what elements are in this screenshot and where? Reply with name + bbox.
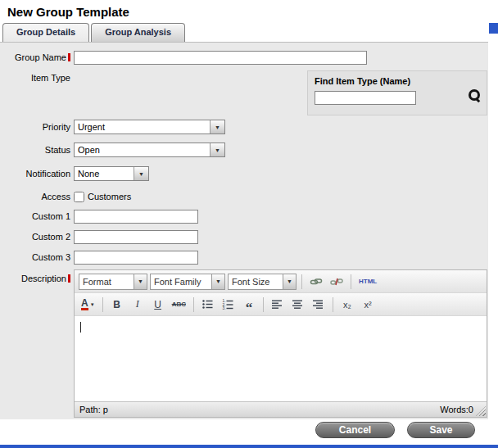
- font-family-dropdown[interactable]: Font Family ▼: [150, 274, 225, 290]
- group-name-input[interactable]: [74, 51, 367, 65]
- toolbar-separator: [102, 297, 103, 312]
- new-group-template-window: New Group Template Group Details Group A…: [0, 0, 498, 448]
- custom1-row: Custom 1: [0, 209, 488, 224]
- editor-toolbar-top: Format ▼ Font Family ▼ Font Size ▼: [75, 270, 487, 293]
- custom3-label-wrap: Custom 3: [0, 252, 70, 262]
- item-type-label: Item Type: [31, 73, 70, 83]
- required-marker: [68, 53, 70, 61]
- priority-selected-value: Urgent: [75, 120, 210, 133]
- underline-button[interactable]: U: [149, 296, 167, 313]
- editor-toolbar-bottom: A ▼ B I U ABC: [75, 293, 487, 316]
- bullet-list-button[interactable]: [199, 296, 217, 313]
- access-label-wrap: Access: [0, 192, 70, 201]
- align-center-button[interactable]: [289, 296, 307, 313]
- access-label: Access: [42, 192, 70, 201]
- html-source-button[interactable]: HTML: [356, 274, 379, 290]
- notification-select[interactable]: None ▼: [74, 166, 149, 181]
- priority-select[interactable]: Urgent ▼: [74, 120, 225, 134]
- align-right-button[interactable]: [310, 296, 328, 313]
- align-left-button[interactable]: [269, 296, 287, 313]
- font-color-button[interactable]: A ▼: [79, 296, 97, 313]
- customers-checkbox[interactable]: [74, 192, 84, 202]
- description-label: Description: [21, 274, 66, 283]
- custom1-control: [74, 210, 198, 224]
- custom2-control: [74, 230, 198, 244]
- font-family-dropdown-value: Font Family: [151, 274, 211, 289]
- superscript-label: x²: [364, 300, 371, 310]
- blockquote-label: “: [246, 297, 253, 312]
- editor-content-area[interactable]: [75, 316, 487, 401]
- align-left-icon: [271, 298, 283, 310]
- cancel-button[interactable]: Cancel: [315, 422, 395, 438]
- notification-label: Notification: [26, 169, 70, 179]
- subscript-button[interactable]: x₂: [338, 296, 356, 313]
- search-button[interactable]: [468, 88, 482, 102]
- custom1-label-wrap: Custom 1: [0, 211, 70, 221]
- underline-label: U: [154, 299, 161, 310]
- italic-label: I: [136, 298, 139, 310]
- resize-grip[interactable]: [476, 406, 486, 416]
- required-marker: [68, 274, 70, 283]
- editor-status-bar: Path: p Words:0: [75, 401, 487, 417]
- page-title: New Group Template: [7, 5, 129, 19]
- status-label: Status: [45, 145, 70, 155]
- customers-checkbox-label: Customers: [88, 192, 131, 201]
- subscript-label: x₂: [343, 300, 351, 310]
- chevron-down-icon: ▼: [211, 274, 224, 289]
- notification-selected-value: None: [75, 167, 134, 180]
- tab-group-details[interactable]: Group Details: [2, 23, 89, 42]
- priority-control: Urgent ▼: [74, 120, 225, 134]
- blockquote-button[interactable]: “: [240, 296, 258, 313]
- link-icon: [310, 275, 323, 288]
- toolbar-separator: [301, 274, 302, 289]
- group-name-label: Group Name: [15, 52, 66, 62]
- custom3-label: Custom 3: [32, 252, 70, 262]
- save-button[interactable]: Save: [407, 422, 475, 438]
- status-selected-value: Open: [75, 143, 210, 156]
- search-icon: [468, 88, 482, 102]
- format-dropdown[interactable]: Format ▼: [79, 274, 147, 290]
- tab-group-analysis[interactable]: Group Analysis: [91, 23, 185, 42]
- bold-button[interactable]: B: [108, 296, 126, 313]
- custom3-input[interactable]: [74, 251, 198, 265]
- insert-link-button[interactable]: [307, 274, 325, 290]
- custom2-input[interactable]: [74, 230, 198, 244]
- align-center-icon: [292, 298, 304, 310]
- toolbar-separator: [193, 297, 194, 312]
- tab-bar: Group Details Group Analysis: [0, 23, 498, 42]
- text-caret: [80, 322, 81, 333]
- font-size-dropdown[interactable]: Font Size ▼: [228, 274, 297, 290]
- custom3-row: Custom 3: [0, 250, 488, 265]
- item-type-label-wrap: Item Type: [0, 73, 70, 83]
- italic-button[interactable]: I: [129, 296, 147, 313]
- window-bottom-edge: [0, 445, 498, 448]
- custom2-label-wrap: Custom 2: [0, 232, 70, 242]
- group-name-label-wrap: Group Name: [0, 52, 70, 62]
- group-name-row: Group Name: [0, 50, 488, 65]
- chevron-down-icon: ▼: [283, 274, 296, 289]
- chevron-down-icon: ▼: [134, 274, 147, 289]
- numbered-list-button[interactable]: 1.2.3.: [220, 296, 238, 313]
- strikethrough-label: ABC: [172, 301, 186, 308]
- priority-row: Priority Urgent ▼: [0, 120, 488, 134]
- notification-control: None ▼: [74, 166, 149, 181]
- find-item-type-panel: Find Item Type (Name): [307, 70, 487, 115]
- custom1-input[interactable]: [74, 210, 198, 224]
- chevron-down-icon: ▼: [90, 302, 95, 307]
- status-select[interactable]: Open ▼: [74, 143, 225, 157]
- find-item-type-input[interactable]: [315, 91, 416, 105]
- chevron-down-icon: ▼: [210, 143, 224, 156]
- toolbar-separator: [263, 297, 264, 312]
- superscript-button[interactable]: x²: [359, 296, 377, 313]
- editor-path-status: Path: p: [79, 405, 108, 414]
- access-control: Customers: [74, 192, 131, 202]
- font-color-label: A: [81, 299, 88, 310]
- status-row: Status Open ▼: [0, 143, 488, 157]
- html-button-label: HTML: [359, 278, 377, 285]
- priority-label-wrap: Priority: [0, 122, 70, 132]
- remove-link-button[interactable]: [328, 274, 346, 290]
- notification-label-wrap: Notification: [0, 169, 70, 179]
- bullet-list-icon: [201, 298, 214, 310]
- strikethrough-button[interactable]: ABC: [170, 296, 188, 313]
- format-dropdown-value: Format: [79, 274, 134, 289]
